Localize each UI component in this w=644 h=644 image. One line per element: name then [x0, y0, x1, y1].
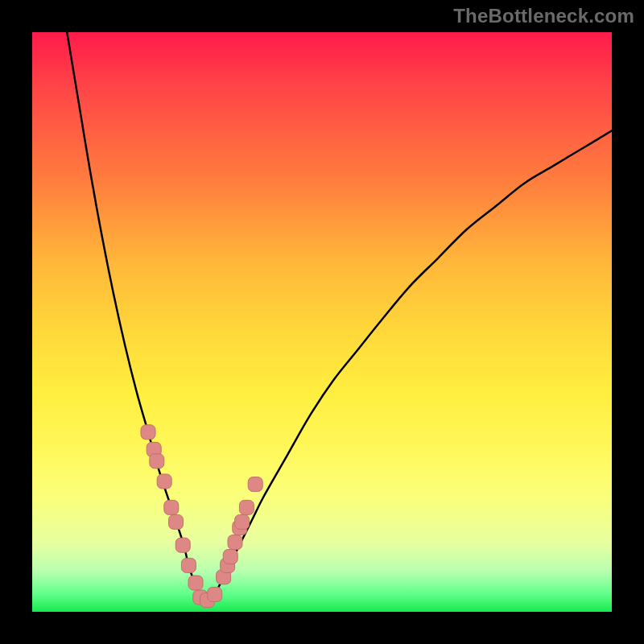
data-marker: [164, 500, 179, 514]
bottleneck-curve-left: [67, 32, 206, 603]
data-marker: [175, 538, 190, 552]
curve-layer: [32, 32, 612, 612]
data-marker: [235, 514, 250, 529]
bottleneck-curve-right: [206, 130, 612, 603]
data-marker: [208, 587, 222, 601]
data-marker: [141, 425, 155, 440]
data-marker: [248, 477, 262, 492]
plot-area: [32, 32, 612, 612]
watermark-text: TheBottleneck.com: [453, 5, 634, 27]
data-marker: [228, 535, 242, 550]
data-marker: [239, 500, 254, 514]
chart-frame: TheBottleneck.com: [0, 0, 644, 644]
data-marker: [188, 576, 203, 590]
marker-group: [141, 425, 262, 608]
data-marker: [181, 558, 196, 572]
data-marker: [169, 514, 184, 529]
data-marker: [150, 454, 164, 469]
data-marker: [157, 474, 171, 489]
data-marker: [223, 550, 237, 564]
